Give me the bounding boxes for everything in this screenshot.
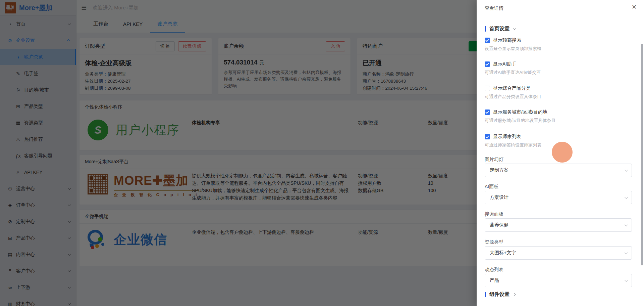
chevron-down-icon: [625, 251, 628, 254]
select-group-search-panel: 搜索面板 营养保健: [485, 211, 632, 232]
checkbox-ai-assistant[interactable]: [485, 61, 490, 67]
chevron-down-icon: [625, 278, 628, 282]
chevron-down-icon: [513, 27, 516, 30]
search-panel-select[interactable]: 营养保健: [485, 218, 632, 232]
setting-product-category: 显示综合产品分类 可通过产品分类设置具体条目: [485, 84, 632, 100]
checkbox-master-list[interactable]: [485, 134, 490, 139]
ai-panel-select[interactable]: 方案设计: [485, 191, 632, 204]
setting-desc: 可通过服务城市/目的地设置具体条目: [485, 118, 632, 124]
app-screen: 墨加 MORE+ More+墨加 ◔ 首页 ⚙ 企业设置 ◑ 账户总览 ✎: [0, 0, 644, 306]
select-label: AI面板: [485, 184, 632, 189]
setting-desc: 设置是否显示首页顶部搜索框: [485, 46, 632, 52]
select-label: 搜索面板: [485, 211, 632, 217]
checkbox-top-search[interactable]: [485, 38, 490, 43]
setting-ai-assistant: 显示AI助手 可通过AI助手直达AI智能交互: [485, 60, 632, 76]
chevron-down-icon: [625, 195, 628, 199]
checkbox-service-city[interactable]: [485, 110, 490, 115]
checkbox-product-category[interactable]: [485, 86, 490, 91]
select-label: 动态列表: [485, 267, 632, 272]
resource-type-select[interactable]: 大图标+文字: [485, 246, 632, 260]
select-group-dynamic-list: 动态列表 产品: [485, 267, 632, 287]
setting-desc: 可通过产品分类设置具体条目: [485, 94, 632, 100]
select-group-ai-panel: AI面板 方案设计: [485, 184, 632, 204]
drawer-scrollbar[interactable]: [641, 44, 643, 265]
setting-desc: 可通过AI助手直达AI智能交互: [485, 70, 632, 76]
click-indicator: [552, 142, 573, 163]
slideshow-select[interactable]: 定制方案: [485, 164, 632, 177]
close-icon[interactable]: ✕: [632, 4, 637, 10]
component-settings-link[interactable]: 组件设置: [485, 291, 515, 298]
drawer-title: 查看详情: [485, 5, 503, 11]
select-group-resource-type: 资源类型 大图标+文字: [485, 239, 632, 260]
dynamic-list-select[interactable]: 产品: [485, 274, 632, 287]
setting-top-search: 显示顶部搜索 设置是否显示首页顶部搜索框: [485, 36, 632, 52]
section-accent-bar: [485, 292, 486, 297]
select-label: 资源类型: [485, 239, 632, 245]
detail-drawer: 查看详情 ✕ 首页设置 显示顶部搜索 设置是否显示首页顶部搜索框 显示AI助手 …: [477, 0, 644, 306]
setting-service-city: 显示服务城市/区域/目的地 可通过服务城市/目的地设置具体条目: [485, 108, 632, 124]
section-accent-bar: [485, 26, 486, 32]
chevron-down-icon: [625, 168, 628, 172]
home-settings-header[interactable]: 首页设置: [485, 26, 515, 32]
chevron-down-icon: [625, 223, 628, 226]
chevron-right-icon: [513, 293, 516, 296]
